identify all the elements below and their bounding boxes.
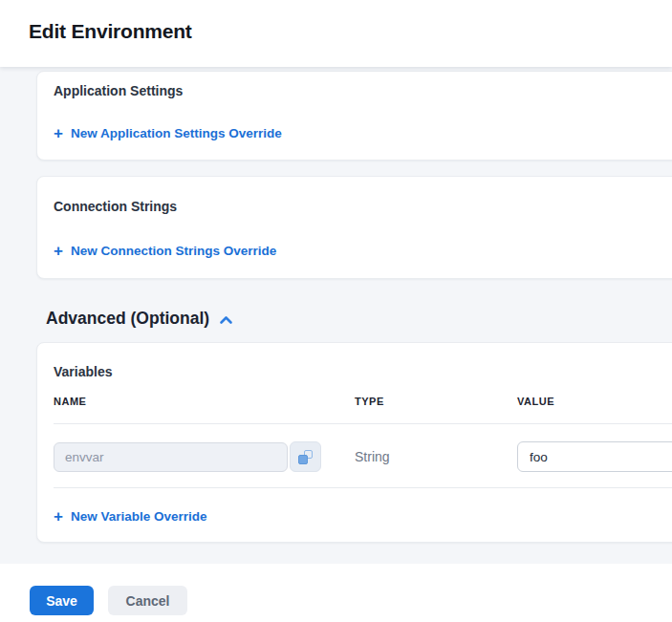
connection-strings-card: Connection Strings + New Connection Stri… (36, 176, 672, 279)
new-application-settings-override-link[interactable]: + New Application Settings Override (54, 126, 282, 140)
variables-table-header: NAME TYPE VALUE (37, 379, 672, 407)
link-label: New Application Settings Override (71, 126, 282, 140)
page-header: Edit Environment (0, 0, 672, 67)
variable-row: String (37, 424, 672, 487)
copy-button[interactable] (290, 441, 321, 472)
column-header-type: TYPE (355, 396, 517, 407)
column-header-value: VALUE (517, 396, 672, 407)
scroll-content: Application Settings + New Application S… (0, 67, 672, 564)
variable-type-text: String (355, 449, 517, 464)
application-settings-heading: Application Settings (54, 83, 672, 98)
save-button[interactable]: Save (30, 586, 94, 615)
cancel-button[interactable]: Cancel (108, 586, 187, 615)
variable-name-field (54, 441, 355, 472)
connection-strings-heading: Connection Strings (54, 199, 672, 214)
plus-icon: + (54, 127, 63, 139)
advanced-section-toggle[interactable]: Advanced (Optional) (46, 307, 233, 330)
new-connection-strings-override-link[interactable]: + New Connection Strings Override (54, 244, 276, 258)
link-label: New Connection Strings Override (71, 244, 276, 258)
advanced-section-label: Advanced (Optional) (46, 309, 209, 329)
chevron-up-icon (219, 310, 233, 330)
variable-name-input[interactable] (54, 442, 288, 472)
new-variable-override-link[interactable]: + New Variable Override (54, 509, 207, 524)
link-label: New Variable Override (71, 509, 207, 524)
variables-card: Variables NAME TYPE VALUE String (36, 342, 672, 543)
copy-icon (298, 450, 313, 464)
column-header-name: NAME (54, 396, 355, 407)
page-title: Edit Environment (0, 0, 672, 43)
variables-heading: Variables (37, 343, 672, 379)
plus-icon: + (54, 510, 63, 523)
application-settings-card: Application Settings + New Application S… (36, 71, 672, 161)
variable-value-field (517, 441, 672, 472)
action-footer: Save Cancel (0, 564, 672, 622)
plus-icon: + (54, 245, 63, 257)
variable-value-input[interactable] (517, 441, 672, 472)
table-divider (54, 487, 672, 488)
